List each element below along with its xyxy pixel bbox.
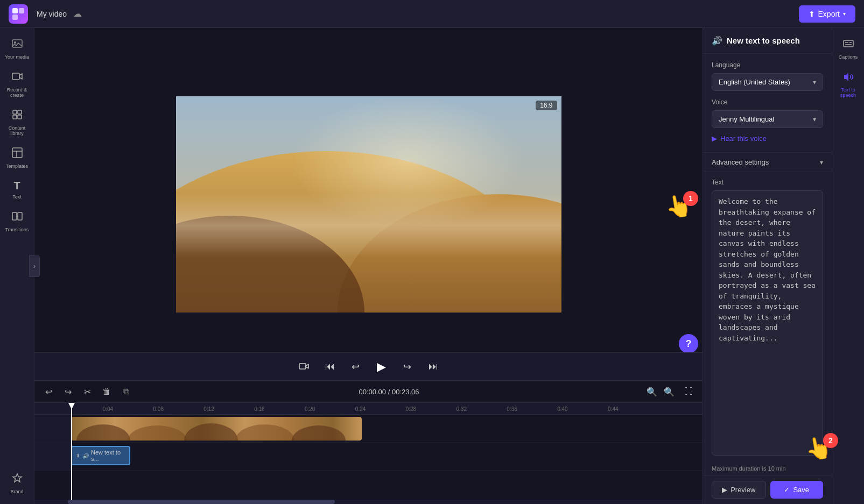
- text-input[interactable]: Welcome to the breathtaking expanse of t…: [712, 190, 823, 456]
- text-clip-wave-icon: 🔊: [82, 453, 89, 459]
- advanced-settings-row[interactable]: Advanced settings ▾: [703, 152, 832, 172]
- text-to-speech-label: Text tospeech: [840, 87, 856, 98]
- svg-rect-14: [18, 212, 22, 220]
- sidebar-item-templates[interactable]: Templates: [0, 141, 34, 174]
- panel-title: New text to speech: [727, 36, 800, 45]
- forward-button[interactable]: ↪: [399, 358, 416, 375]
- skip-forward-button[interactable]: ⏭: [425, 358, 442, 375]
- ruler-mark-10: 0:44: [608, 406, 618, 411]
- text-track-row: ⏸ 🔊 New text to s...: [34, 443, 703, 471]
- time-current: 00:00.00: [359, 388, 386, 396]
- playback-controls: ⏮ ↩ ▶ ↪ ⏭: [34, 352, 703, 380]
- language-dropdown[interactable]: English (United States) ▾: [712, 73, 823, 91]
- preview-icon: ▶: [722, 486, 727, 494]
- sidebar-item-text[interactable]: T Text: [0, 174, 34, 205]
- time-display: 00:00.00 / 00:23.06: [359, 388, 419, 396]
- ruler-mark-5: 0:24: [355, 406, 366, 411]
- sidebar-item-text-to-speech[interactable]: Text tospeech: [832, 65, 864, 103]
- export-icon: ⬆: [809, 10, 815, 18]
- zoom-in-button[interactable]: 🔍: [662, 384, 677, 399]
- svg-rect-3: [12, 40, 22, 47]
- playhead[interactable]: [71, 403, 72, 500]
- timeline-fullscreen-button[interactable]: ⛶: [681, 384, 696, 399]
- video-clip[interactable]: [71, 417, 362, 441]
- center-area: 16:9 ⤢ ? ⏮ ↩ ▶ ↪ ⏭: [34, 28, 703, 504]
- sidebar-expand-button[interactable]: ›: [29, 255, 40, 277]
- duplicate-button[interactable]: ⧉: [118, 384, 134, 399]
- preview-button[interactable]: ▶ Preview: [712, 481, 766, 499]
- sidebar-label-transitions: Transitions: [5, 227, 29, 232]
- text-icon: T: [13, 180, 20, 192]
- captions-icon: [842, 38, 854, 52]
- app-logo: [9, 4, 28, 24]
- language-section: Language English (United States) ▾: [703, 54, 832, 98]
- sidebar-label-record-create: Record &create: [7, 87, 27, 98]
- redo-button[interactable]: ↪: [60, 384, 75, 399]
- camera-btn[interactable]: [296, 358, 313, 375]
- text-clip[interactable]: ⏸ 🔊 New text to s...: [71, 446, 130, 465]
- rewind-button[interactable]: ↩: [347, 358, 364, 375]
- svg-rect-1: [19, 8, 24, 13]
- save-check-icon: ✓: [784, 486, 790, 494]
- svg-rect-0: [12, 8, 18, 13]
- video-preview: 16:9: [176, 96, 561, 313]
- svg-rect-28: [844, 40, 853, 47]
- sidebar-item-record-create[interactable]: Record &create: [0, 65, 34, 103]
- timeline-tracks: 0:04 0:08 0:12 0:16 0:20 0:24 0:28 0:32 …: [34, 403, 703, 500]
- content-library-icon: [11, 109, 23, 123]
- help-button[interactable]: ?: [679, 334, 698, 353]
- video-track-label: [34, 415, 71, 442]
- zoom-controls: 🔍 🔍 ⛶: [644, 384, 696, 399]
- text-to-speech-icon: [842, 70, 854, 85]
- svg-rect-13: [12, 212, 17, 220]
- timeline-scrollbar[interactable]: [34, 500, 703, 504]
- language-value: English (United States): [719, 78, 790, 86]
- video-title: My video: [37, 10, 67, 18]
- voice-value: Jenny Multilingual: [719, 115, 774, 123]
- right-panel: 🔊 New text to speech Language English (U…: [703, 28, 832, 504]
- sidebar-item-your-media[interactable]: Your media: [0, 32, 34, 65]
- svg-rect-6: [13, 110, 17, 114]
- panel-footer: ▶ Preview ✓ Save: [703, 475, 832, 504]
- ruler-mark-6: 0:28: [406, 406, 416, 411]
- sidebar-label-brand: Brand: [10, 489, 23, 494]
- sidebar-item-brand[interactable]: Brand: [0, 467, 34, 500]
- advanced-settings-label: Advanced settings: [712, 158, 769, 166]
- timeline-scroll-thumb[interactable]: [68, 500, 335, 504]
- time-separator: /: [388, 388, 392, 396]
- voice-dropdown-arrow: ▾: [813, 116, 816, 123]
- sidebar-item-transitions[interactable]: Transitions: [0, 205, 34, 238]
- ruler-mark-4: 0:20: [305, 406, 315, 411]
- delete-button[interactable]: 🗑: [99, 384, 114, 399]
- language-dropdown-arrow: ▾: [813, 79, 816, 86]
- templates-icon: [11, 147, 23, 161]
- sidebar-item-content-library[interactable]: Contentlibrary: [0, 103, 34, 141]
- save-button[interactable]: ✓ Save: [770, 481, 824, 499]
- voice-dropdown[interactable]: Jenny Multilingual ▾: [712, 110, 823, 128]
- undo-button[interactable]: ↩: [41, 384, 56, 399]
- export-label: Export: [818, 10, 840, 18]
- svg-rect-7: [18, 110, 22, 114]
- ruler-mark-2: 0:12: [203, 406, 214, 411]
- sidebar-item-captions[interactable]: Captions: [832, 32, 864, 65]
- zoom-out-button[interactable]: 🔍: [644, 384, 659, 399]
- hear-voice-button[interactable]: ▶ Hear this voice: [712, 132, 767, 145]
- max-duration-label: Maximum duration is 10 min: [703, 462, 832, 475]
- skip-back-button[interactable]: ⏮: [321, 358, 339, 375]
- play-button[interactable]: ▶: [373, 358, 390, 375]
- preview-label: Preview: [730, 486, 755, 494]
- clip-pause-icon: ⏸: [75, 453, 80, 458]
- text-section-label: Text: [712, 179, 823, 186]
- ruler-mark-7: 0:32: [456, 406, 467, 411]
- voice-section: Voice Jenny Multilingual ▾ ▶ Hear this v…: [703, 98, 832, 152]
- timeline-toolbar: ↩ ↪ ✂ 🗑 ⧉ 00:00.00 / 00:23.06 🔍 🔍 ⛶: [34, 381, 703, 403]
- cut-button[interactable]: ✂: [80, 384, 95, 399]
- your-media-icon: [11, 38, 23, 52]
- export-button[interactable]: ⬆ Export ▾: [799, 5, 855, 23]
- hear-voice-play-icon: ▶: [712, 134, 717, 143]
- save-status-icon: ☁: [73, 9, 82, 19]
- sidebar-label-templates: Templates: [6, 164, 28, 169]
- svg-rect-10: [12, 148, 22, 158]
- panel-header-icon: 🔊: [712, 36, 722, 46]
- panel-header: 🔊 New text to speech: [703, 28, 832, 54]
